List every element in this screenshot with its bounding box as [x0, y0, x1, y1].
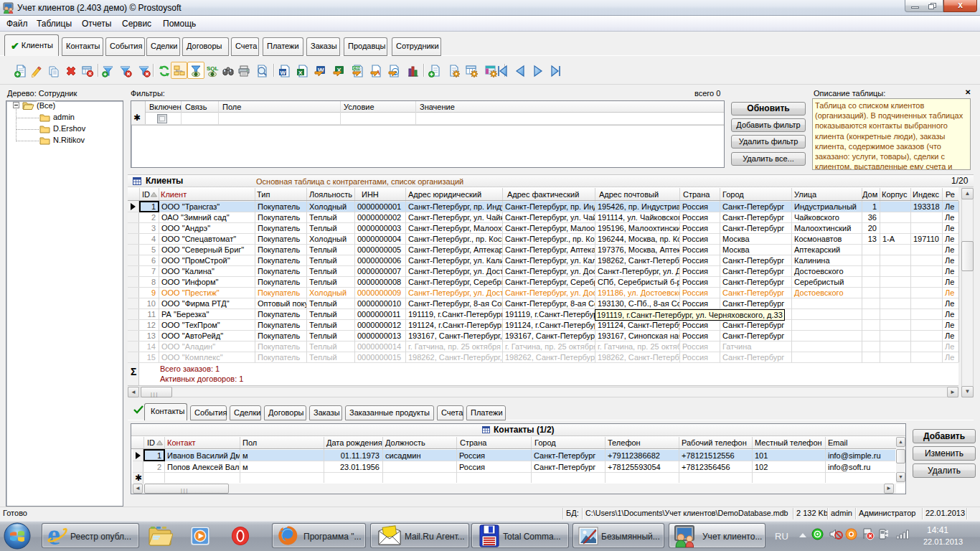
svg-text:CSV: CSV	[353, 66, 362, 70]
svg-text:X: X	[298, 70, 303, 76]
svg-text:SQL: SQL	[207, 65, 219, 72]
svg-text:e: e	[47, 525, 60, 547]
svg-text:W: W	[281, 70, 286, 76]
